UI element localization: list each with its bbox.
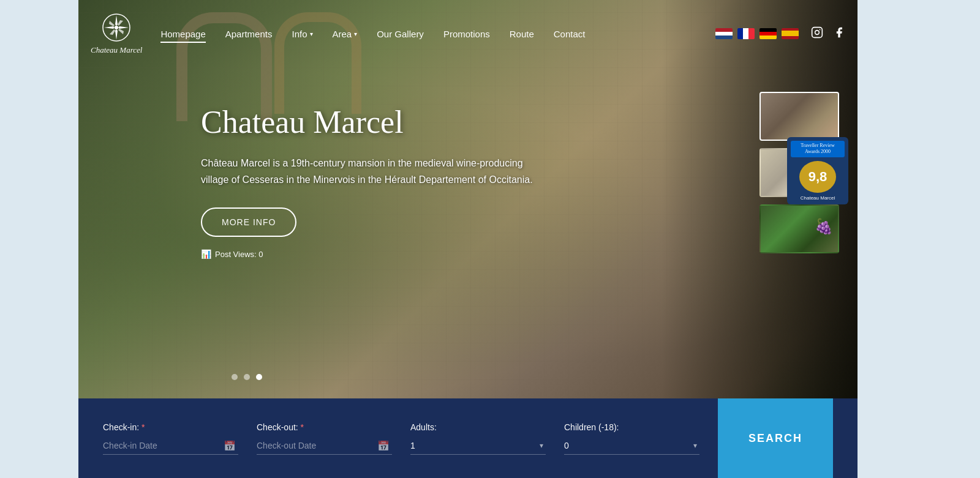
checkout-required: * — [301, 422, 304, 432]
post-views: 📊 Post Views: 0 — [201, 249, 544, 259]
logo-area: Chateau Marcel — [91, 12, 142, 55]
nav-area[interactable]: Area ▾ — [333, 29, 358, 39]
hero-content: Chateau Marcel Château Marcel is a 19th-… — [201, 104, 544, 259]
svg-marker-7 — [110, 29, 115, 35]
compass-icon — [101, 12, 132, 43]
checkin-calendar-icon: 📅 — [224, 440, 236, 452]
checkout-field: Check-out: * 📅 — [257, 422, 392, 455]
main-content: Chateau Marcel Homepage Apartments Info … — [78, 0, 858, 478]
flag-es[interactable] — [782, 28, 799, 39]
svg-marker-4 — [104, 26, 115, 29]
hero-title: Chateau Marcel — [201, 104, 544, 140]
svg-rect-10 — [812, 27, 823, 37]
flag-fr[interactable] — [737, 28, 755, 39]
adults-select[interactable]: 1 2 3 4 — [410, 437, 546, 455]
checkin-required: * — [141, 422, 145, 432]
adults-field: Adults: 1 2 3 4 ▾ — [410, 422, 546, 455]
children-select-wrap: 0 1 2 3 ▾ — [564, 437, 699, 455]
booking-badge-top: Traveller Review Awards 2000 — [791, 141, 845, 157]
nav-contact[interactable]: Contact — [554, 29, 586, 39]
carousel-dot-3[interactable] — [256, 374, 262, 380]
children-field: Children (-18): 0 1 2 3 ▾ — [564, 422, 699, 455]
page-wrapper: Chateau Marcel Homepage Apartments Info … — [0, 0, 980, 478]
checkout-calendar-icon: 📅 — [377, 440, 390, 452]
checkout-input[interactable] — [257, 437, 392, 455]
nav-links: Homepage Apartments Info ▾ Area ▾ Our Ga… — [160, 29, 715, 39]
instagram-icon[interactable] — [811, 26, 823, 42]
svg-marker-8 — [109, 21, 115, 26]
booking-badge: Traveller Review Awards 2000 9,8 Chateau… — [787, 137, 848, 204]
search-button[interactable]: SEARCH — [718, 398, 833, 478]
thumbnail-3[interactable] — [760, 204, 839, 253]
svg-marker-3 — [115, 29, 118, 40]
svg-marker-9 — [118, 29, 124, 34]
booking-score: 9,8 — [799, 161, 836, 193]
logo-text: Chateau Marcel — [91, 45, 142, 55]
nav-homepage[interactable]: Homepage — [160, 29, 205, 39]
booking-hotel-name: Chateau Marcel — [801, 195, 835, 201]
checkout-input-wrap: 📅 — [257, 437, 392, 455]
checkout-label: Check-out: * — [257, 422, 392, 432]
svg-point-1 — [115, 26, 118, 29]
checkin-input-wrap: 📅 — [103, 437, 238, 455]
nav-gallery[interactable]: Our Gallery — [377, 29, 424, 39]
carousel-dots — [232, 374, 262, 380]
children-select[interactable]: 0 1 2 3 — [564, 437, 699, 455]
nav-promotions[interactable]: Promotions — [443, 29, 490, 39]
checkin-field: Check-in: * 📅 — [103, 422, 238, 455]
carousel-dot-2[interactable] — [244, 374, 250, 380]
children-label: Children (-18): — [564, 422, 699, 432]
flag-nl[interactable] — [715, 28, 733, 39]
svg-point-11 — [815, 30, 820, 34]
area-dropdown-arrow: ▾ — [354, 31, 357, 37]
social-icons — [811, 26, 845, 42]
thumbnails-sidebar: Traveller Review Awards 2000 9,8 Chateau… — [760, 92, 839, 253]
adults-select-wrap: 1 2 3 4 ▾ — [410, 437, 546, 455]
checkin-input[interactable] — [103, 437, 238, 455]
navbar: Chateau Marcel Homepage Apartments Info … — [78, 0, 858, 67]
thumbnail-1[interactable] — [760, 92, 839, 141]
flag-de[interactable] — [760, 28, 777, 39]
flags-area — [715, 28, 799, 39]
more-info-button[interactable]: MORE INFO — [201, 207, 296, 237]
left-sidebar — [0, 0, 78, 478]
checkin-label: Check-in: * — [103, 422, 238, 432]
hero-description: Château Marcel is a 19th-century mansion… — [201, 155, 544, 188]
carousel-dot-1[interactable] — [232, 374, 238, 380]
nav-info[interactable]: Info ▾ — [292, 29, 312, 39]
post-views-icon: 📊 — [201, 249, 211, 259]
facebook-icon[interactable] — [833, 26, 845, 42]
right-sidebar — [858, 0, 980, 478]
adults-label: Adults: — [410, 422, 546, 432]
nav-apartments[interactable]: Apartments — [225, 29, 273, 39]
post-views-text: Post Views: 0 — [215, 250, 263, 259]
svg-marker-5 — [118, 26, 129, 29]
info-dropdown-arrow: ▾ — [310, 31, 313, 37]
nav-route[interactable]: Route — [510, 29, 534, 39]
hero-section: Chateau Marcel Homepage Apartments Info … — [78, 0, 858, 398]
svg-marker-2 — [115, 15, 118, 26]
booking-bar: Check-in: * 📅 Check-out: * 📅 — [78, 398, 858, 478]
svg-point-12 — [820, 29, 821, 30]
svg-marker-6 — [118, 20, 123, 26]
